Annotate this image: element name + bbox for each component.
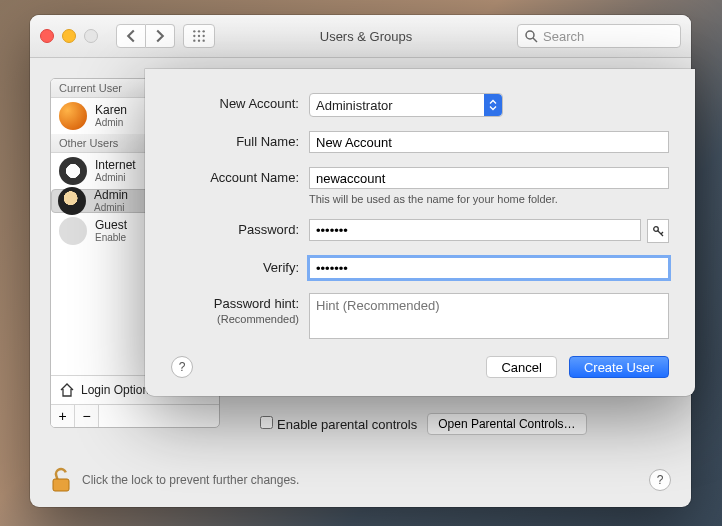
user-name: Admin: [94, 189, 128, 202]
svg-point-3: [193, 35, 195, 37]
parental-checkbox-input[interactable]: [260, 416, 273, 429]
svg-point-0: [193, 30, 195, 32]
avatar: [59, 102, 87, 130]
add-user-button[interactable]: +: [51, 405, 75, 427]
sheet-help-button[interactable]: ?: [171, 356, 193, 378]
svg-point-6: [193, 40, 195, 42]
password-hint-input[interactable]: [309, 293, 669, 339]
lock-text: Click the lock to prevent further change…: [82, 473, 299, 487]
user-name: Karen: [95, 104, 127, 117]
user-name: Internet: [95, 159, 136, 172]
create-user-button[interactable]: Create User: [569, 356, 669, 378]
titlebar: Users & Groups Search: [30, 15, 691, 58]
password-input[interactable]: [309, 219, 641, 241]
verify-label: Verify:: [171, 257, 309, 275]
account-name-label: Account Name:: [171, 167, 309, 185]
account-name-hint: This will be used as the name for your h…: [309, 193, 669, 205]
parental-label: Enable parental controls: [277, 417, 417, 432]
avatar: [59, 157, 87, 185]
grid-icon: [192, 29, 206, 43]
parental-controls-row: Enable parental controls Open Parental C…: [260, 413, 587, 435]
svg-point-2: [203, 30, 205, 32]
zoom-window-button: [84, 29, 98, 43]
user-role: Admini: [95, 172, 136, 183]
search-icon: [524, 29, 538, 43]
search-field[interactable]: Search: [517, 24, 681, 48]
enable-parental-checkbox[interactable]: Enable parental controls: [260, 416, 417, 432]
house-icon: [59, 382, 75, 398]
password-assistant-button[interactable]: [647, 219, 669, 243]
account-type-select[interactable]: Administrator: [309, 93, 503, 117]
minimize-window-button[interactable]: [62, 29, 76, 43]
svg-point-5: [203, 35, 205, 37]
full-name-label: Full Name:: [171, 131, 309, 149]
unlocked-padlock-icon[interactable]: [50, 467, 72, 493]
window-title: Users & Groups: [223, 29, 509, 44]
back-button[interactable]: [116, 24, 146, 48]
avatar: [59, 217, 87, 245]
full-name-input[interactable]: [309, 131, 669, 153]
user-role: Admini: [94, 202, 128, 213]
svg-line-14: [661, 232, 663, 234]
preferences-window: Users & Groups Search Current User Karen…: [30, 15, 691, 507]
help-button[interactable]: ?: [649, 469, 671, 491]
remove-user-button[interactable]: −: [75, 405, 99, 427]
nav-buttons: [116, 24, 175, 48]
svg-line-10: [533, 38, 537, 42]
key-icon: [652, 225, 664, 237]
svg-rect-11: [53, 479, 69, 491]
forward-button[interactable]: [146, 24, 175, 48]
user-role: Enable: [95, 232, 127, 243]
close-window-button[interactable]: [40, 29, 54, 43]
new-account-sheet: New Account: Administrator Full Name: Ac…: [145, 69, 695, 396]
hint-sublabel: (Recommended): [217, 313, 299, 325]
new-account-label: New Account:: [171, 93, 309, 111]
lock-row: Click the lock to prevent further change…: [50, 467, 671, 493]
login-options-label: Login Options: [81, 383, 155, 397]
svg-point-8: [203, 40, 205, 42]
search-placeholder: Search: [543, 29, 584, 44]
avatar: [58, 187, 86, 215]
account-name-input[interactable]: [309, 167, 669, 189]
traffic-lights: [40, 29, 98, 43]
svg-point-4: [198, 35, 200, 37]
cancel-button[interactable]: Cancel: [486, 356, 556, 378]
user-name: Guest: [95, 219, 127, 232]
hint-label: Password hint: (Recommended): [171, 293, 309, 326]
account-type-value: Administrator: [316, 98, 393, 113]
user-role: Admin: [95, 117, 127, 128]
chevron-right-icon: [153, 29, 167, 43]
select-stepper-icon: [484, 94, 502, 116]
svg-point-9: [526, 31, 534, 39]
svg-point-7: [198, 40, 200, 42]
show-all-button[interactable]: [183, 24, 215, 48]
verify-password-input[interactable]: [309, 257, 669, 279]
svg-point-1: [198, 30, 200, 32]
password-label: Password:: [171, 219, 309, 237]
chevron-left-icon: [124, 29, 138, 43]
add-remove-bar: + −: [51, 404, 219, 427]
open-parental-controls-button[interactable]: Open Parental Controls…: [427, 413, 586, 435]
